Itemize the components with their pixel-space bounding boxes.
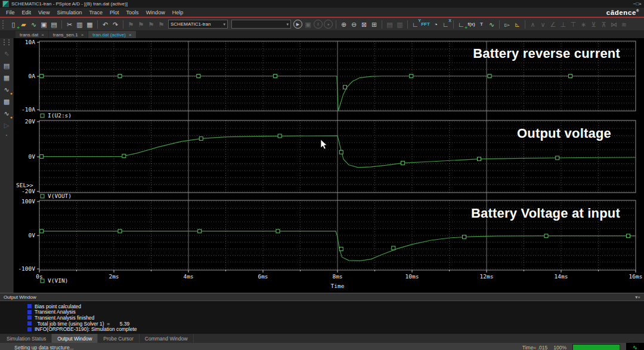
pin-icon[interactable]: ⇖ bbox=[2, 49, 11, 58]
trace-legend-label[interactable]: V(VIN) bbox=[48, 277, 68, 284]
text-label-button[interactable]: T bbox=[477, 20, 486, 29]
document-tab-1[interactable]: trans.dat× bbox=[16, 31, 48, 38]
pages-stack-icon[interactable]: ▩ bbox=[2, 97, 11, 106]
menu-edit[interactable]: Edit bbox=[18, 10, 35, 16]
cursor-next-transition-button: ⊼ bbox=[599, 20, 608, 29]
cut-button[interactable]: ✂ bbox=[65, 20, 74, 29]
output-window-body: Bias point calculatedTransient AnalysisT… bbox=[0, 301, 644, 333]
log-text: Bias point calculated bbox=[35, 303, 81, 309]
redo-button[interactable]: ↷ bbox=[111, 20, 120, 29]
zoom-area-button[interactable]: ⊠ bbox=[360, 20, 369, 29]
cursor-point-button: ∗ bbox=[579, 20, 588, 29]
menu-window[interactable]: Window bbox=[143, 10, 169, 16]
new-file-button[interactable]: ▯+ bbox=[9, 20, 18, 29]
document-tab-label: tran.dat (active) bbox=[92, 32, 126, 38]
add-function-button[interactable]: f(x) bbox=[467, 20, 476, 29]
menu-help[interactable]: Help bbox=[169, 10, 187, 16]
open-file-button[interactable]: ▰ bbox=[19, 20, 28, 29]
mark-data-points-icon: ∟ bbox=[412, 20, 419, 29]
zoom-out-button[interactable]: ⊖ bbox=[349, 20, 358, 29]
bookmark-next-button: ⚑ bbox=[137, 20, 145, 29]
performance-analysis-button[interactable]: ◔ bbox=[431, 20, 440, 29]
eval-goal-function-button: ⋈ bbox=[609, 20, 618, 29]
measure-ruler-button[interactable]: ⊾ bbox=[513, 20, 522, 29]
close-button[interactable]: × bbox=[639, 1, 642, 7]
print-button[interactable]: ▤ bbox=[49, 20, 58, 29]
trace-marker bbox=[118, 230, 122, 233]
toolbar: ▯+▰∿▣▤✂▥▦↶↷⚑⚑⚑⚑SCHEMATIC1-tran▾▾▶▣‖●⊕⊖⊠⊞… bbox=[0, 18, 644, 31]
add-trace-button[interactable]: ∟+ bbox=[457, 20, 466, 29]
trace-marker bbox=[556, 156, 559, 160]
menu-view[interactable]: View bbox=[35, 10, 53, 16]
bottom-tab-probe-cursor[interactable]: Probe Cursor bbox=[98, 334, 140, 343]
trace-marker bbox=[343, 85, 347, 89]
bookmark-clear-icon: ⚑ bbox=[159, 20, 165, 29]
title-bar: SCHEMATIC1-tran - PSpice A/D - [(B) tran… bbox=[0, 0, 644, 8]
document-tab-3[interactable]: tran.dat (active)× bbox=[88, 31, 135, 38]
fft-button[interactable]: FFT bbox=[421, 20, 430, 29]
measure-ruler-icon: ⊾ bbox=[515, 20, 520, 29]
trace-legend-label[interactable]: I(U2:s) bbox=[48, 112, 72, 119]
close-icon[interactable]: × bbox=[637, 295, 640, 300]
search-traces-icon[interactable]: ∿● bbox=[2, 85, 11, 94]
add-marker-icon: ∿ bbox=[489, 20, 494, 29]
simulation-document-icon: ▦ bbox=[4, 74, 10, 82]
add-marker-button[interactable]: ∿ bbox=[487, 20, 496, 29]
menu-tools[interactable]: Tools bbox=[123, 10, 143, 16]
menu-plot[interactable]: Plot bbox=[106, 10, 123, 16]
x-axis-tick-label: 14ms bbox=[555, 273, 568, 280]
copy-button[interactable]: ▥ bbox=[75, 20, 84, 29]
menu-trace[interactable]: Trace bbox=[85, 10, 106, 16]
document-icon: ▤ bbox=[4, 62, 10, 70]
waveform-chart[interactable]: 10A0A-10AI(U2:s)20V0V-20VV(VOUT)SEL>>100… bbox=[14, 38, 644, 293]
simulation-profile-select[interactable]: SCHEMATIC1-tran▾ bbox=[168, 20, 228, 29]
waveform-plot-area[interactable]: 10A0A-10AI(U2:s)20V0V-20VV(VOUT)SEL>>100… bbox=[14, 38, 644, 293]
cursor-x-values-button[interactable]: ∟X bbox=[441, 20, 450, 29]
simulation-document-icon[interactable]: ▦ bbox=[2, 73, 11, 82]
trace-expression-combo[interactable]: ▾ bbox=[231, 20, 291, 29]
open-simulation-results-button[interactable]: ∿ bbox=[29, 20, 38, 29]
output-log-line: Bias point calculated bbox=[27, 303, 644, 309]
trace-legend-label[interactable]: V(VOUT) bbox=[48, 193, 72, 199]
x-axis-tick-label: 16ms bbox=[629, 273, 643, 280]
menu-simulation[interactable]: Simulation bbox=[53, 10, 85, 16]
eval-goal-function-icon: ⋈ bbox=[611, 20, 617, 29]
bottom-tab-output-window[interactable]: Output Window bbox=[52, 334, 98, 343]
document-icon[interactable]: ▤ bbox=[2, 61, 11, 70]
log-bullet-icon bbox=[27, 327, 32, 332]
zoom-in-button[interactable]: ⊕ bbox=[339, 20, 348, 29]
bookmark-clear-button: ⚑ bbox=[157, 20, 166, 29]
x-axis-tick-label: 10ms bbox=[405, 273, 419, 280]
probe-marker-icon[interactable]: ▷ bbox=[2, 121, 11, 130]
y-axis-tick-label: -20V bbox=[21, 188, 35, 194]
menu-file[interactable]: File bbox=[2, 10, 18, 16]
stop-button: ● bbox=[324, 20, 333, 29]
y-axis-tick-label: 0V bbox=[29, 153, 36, 160]
document-tab-2[interactable]: trans_sen.1× bbox=[49, 31, 88, 38]
open-simulation-results-icon: ∿ bbox=[31, 20, 36, 29]
trace-marker bbox=[488, 75, 491, 78]
close-tab-icon[interactable]: × bbox=[41, 32, 44, 38]
run-button[interactable]: ▶ bbox=[293, 20, 302, 29]
paste-button[interactable]: ▦ bbox=[85, 20, 94, 29]
cursor-search-icon: ⊻ bbox=[591, 20, 596, 29]
bookmark-button: ⚑ bbox=[126, 20, 135, 29]
toggle-cursor-button[interactable]: ▻ bbox=[503, 20, 512, 29]
trace-marker bbox=[339, 150, 343, 154]
annotation-1: Battery reverse current bbox=[473, 46, 620, 61]
close-tab-icon[interactable]: × bbox=[129, 32, 132, 38]
bottom-tab-simulation-status[interactable]: Simulation Status bbox=[1, 334, 52, 343]
paste-icon: ▦ bbox=[86, 20, 92, 29]
edit-trace-icon[interactable]: ∿● bbox=[2, 109, 11, 118]
zoom-fit-button[interactable]: ⊞ bbox=[370, 20, 379, 29]
cursor-x-values-icon: ∟ bbox=[442, 20, 449, 29]
badge-icon: ● bbox=[10, 91, 13, 95]
save-button[interactable]: ▣ bbox=[39, 20, 48, 29]
mark-data-points-button[interactable]: ∟Y bbox=[411, 20, 420, 29]
undo-button[interactable]: ↶ bbox=[101, 20, 110, 29]
bottom-tab-command-window[interactable]: Command Window bbox=[140, 334, 194, 343]
x-axis-tick-label: 12ms bbox=[480, 273, 494, 280]
status-time: Time= .015 bbox=[522, 345, 547, 350]
x-axis-tick-label: 2ms bbox=[109, 273, 119, 280]
close-tab-icon[interactable]: × bbox=[81, 32, 84, 38]
